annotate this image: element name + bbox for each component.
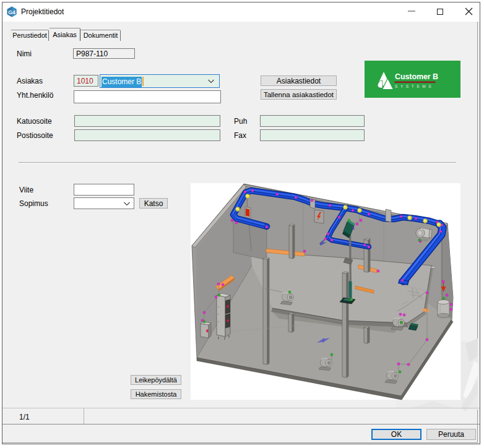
svg-text:Customer B: Customer B <box>395 72 438 81</box>
svg-text:G4: G4 <box>8 9 15 15</box>
svg-text:SYSTEMS: SYSTEMS <box>395 84 434 88</box>
